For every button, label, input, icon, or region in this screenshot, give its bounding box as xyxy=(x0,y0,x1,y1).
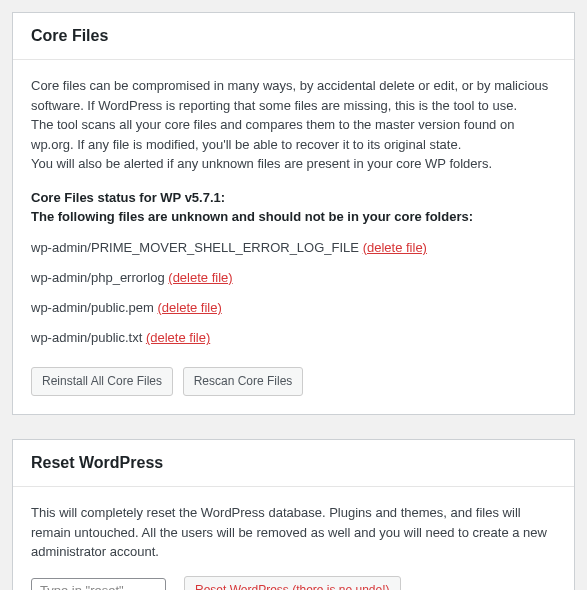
core-files-title: Core Files xyxy=(31,27,556,45)
status-heading-version: Core Files status for WP v5.7.1: xyxy=(31,188,556,208)
status-heading-message: The following files are unknown and shou… xyxy=(31,207,556,227)
file-path: wp-admin/public.pem xyxy=(31,300,154,315)
list-item: wp-admin/public.pem (delete file) xyxy=(31,293,556,323)
delete-file-link[interactable]: (delete file) xyxy=(363,240,427,255)
description-line: You will also be alerted if any unknown … xyxy=(31,154,556,174)
reinstall-core-files-button[interactable]: Reinstall All Core Files xyxy=(31,367,173,396)
description-line: Core files can be compromised in many wa… xyxy=(31,76,556,115)
reset-wordpress-header: Reset WordPress xyxy=(13,440,574,487)
reset-wordpress-panel: Reset WordPress This will completely res… xyxy=(12,439,575,590)
reset-confirm-input[interactable] xyxy=(31,578,166,590)
core-files-actions: Reinstall All Core Files Rescan Core Fil… xyxy=(31,367,556,396)
list-item: wp-admin/php_errorlog (delete file) xyxy=(31,263,556,293)
core-files-panel: Core Files Core files can be compromised… xyxy=(12,12,575,415)
list-item: wp-admin/PRIME_MOVER_SHELL_ERROR_LOG_FIL… xyxy=(31,233,556,263)
delete-file-link[interactable]: (delete file) xyxy=(168,270,232,285)
unknown-files-list: wp-admin/PRIME_MOVER_SHELL_ERROR_LOG_FIL… xyxy=(31,233,556,354)
core-files-description: Core files can be compromised in many wa… xyxy=(31,76,556,174)
delete-file-link[interactable]: (delete file) xyxy=(146,330,210,345)
reset-wordpress-title: Reset WordPress xyxy=(31,454,556,472)
list-item: wp-admin/public.txt (delete file) xyxy=(31,323,556,353)
core-files-body: Core files can be compromised in many wa… xyxy=(13,60,574,414)
file-path: wp-admin/php_errorlog xyxy=(31,270,165,285)
file-path: wp-admin/public.txt xyxy=(31,330,142,345)
description-line: The tool scans all your core files and c… xyxy=(31,115,556,154)
reset-wordpress-description: This will completely reset the WordPress… xyxy=(31,503,556,562)
rescan-core-files-button[interactable]: Rescan Core Files xyxy=(183,367,304,396)
reset-wordpress-button[interactable]: Reset WordPress (there is no undo!) xyxy=(184,576,401,590)
reset-action-row: Reset WordPress (there is no undo!) xyxy=(31,576,556,590)
delete-file-link[interactable]: (delete file) xyxy=(157,300,221,315)
core-files-status: Core Files status for WP v5.7.1: The fol… xyxy=(31,188,556,227)
reset-wordpress-body: This will completely reset the WordPress… xyxy=(13,487,574,590)
core-files-header: Core Files xyxy=(13,13,574,60)
file-path: wp-admin/PRIME_MOVER_SHELL_ERROR_LOG_FIL… xyxy=(31,240,359,255)
